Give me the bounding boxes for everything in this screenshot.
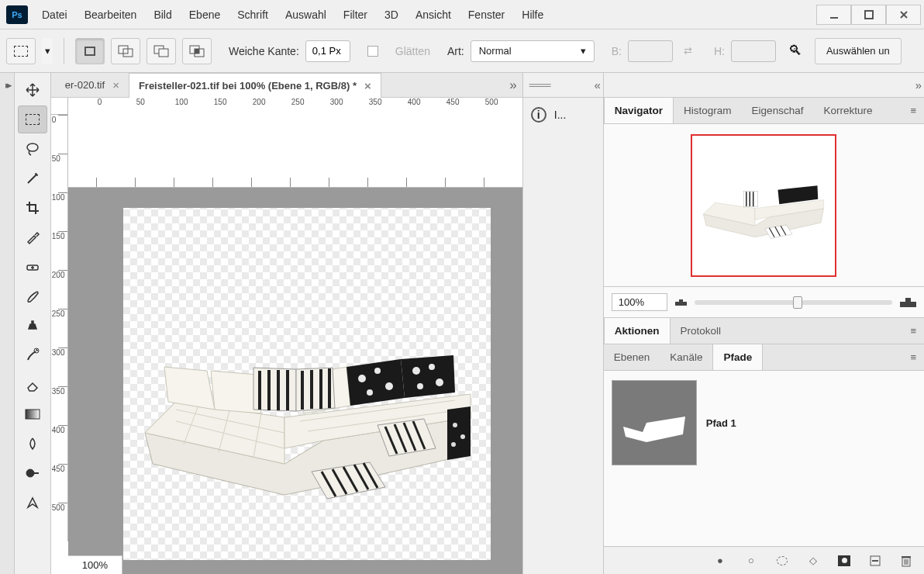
blur-tool-icon[interactable] — [18, 430, 47, 458]
tab-histogram[interactable]: Histogram — [674, 98, 742, 123]
document-tab-0[interactable]: er-020.tif× — [56, 73, 129, 98]
zoom-readout[interactable]: 100% — [68, 555, 122, 574]
zoom-in-icon[interactable] — [900, 298, 916, 307]
lasso-tool-icon[interactable] — [18, 135, 47, 163]
zoom-slider[interactable] — [695, 300, 892, 305]
navigator-body[interactable] — [604, 124, 924, 287]
menu-bild[interactable]: Bild — [153, 9, 171, 21]
selection-add-icon[interactable] — [111, 38, 140, 64]
canvas[interactable] — [68, 188, 522, 574]
tab-ebenen[interactable]: Ebenen — [604, 344, 660, 370]
document-tab-1[interactable]: Freisteller-021.tif bei 100% (Ebene 1, R… — [129, 73, 381, 98]
new-path-icon[interactable] — [868, 554, 882, 568]
menu-bearbeiten[interactable]: Bearbeiten — [84, 9, 137, 21]
selection-subtract-icon[interactable] — [147, 38, 176, 64]
panel-menu-icon[interactable]: ≡ — [902, 98, 924, 123]
panel-menu-icon[interactable]: ≡ — [902, 318, 924, 344]
sofa-image — [129, 332, 486, 503]
tabs-overflow-icon[interactable]: » — [509, 78, 512, 93]
menu-fenster[interactable]: Fenster — [468, 9, 505, 21]
move-tool-icon[interactable] — [18, 76, 47, 104]
select-and-mask-button[interactable]: Auswählen un — [815, 38, 902, 64]
collapse-icon[interactable]: « — [594, 78, 596, 92]
navigator-zoom-row: 100% — [604, 287, 924, 318]
menu-datei[interactable]: Datei — [42, 9, 67, 21]
svg-point-48 — [412, 367, 420, 375]
svg-marker-47 — [401, 355, 455, 398]
svg-rect-82 — [902, 556, 911, 558]
svg-rect-8 — [195, 49, 199, 54]
close-tab-icon[interactable]: × — [112, 78, 119, 92]
dodge-tool-icon[interactable] — [18, 459, 47, 487]
info-panel-icon-row[interactable]: i I... — [523, 98, 603, 132]
fill-path-icon[interactable]: ● — [713, 554, 727, 568]
tab-kanaele[interactable]: Kanäle — [660, 344, 712, 370]
menu-ebene[interactable]: Ebene — [189, 9, 220, 21]
tool-preset-dropdown[interactable]: ▾ — [42, 38, 53, 64]
pen-tool-icon[interactable] — [18, 489, 47, 517]
menu-hilfe[interactable]: Hilfe — [522, 9, 543, 21]
delete-path-icon[interactable] — [899, 554, 913, 568]
antialias-checkbox — [367, 46, 378, 57]
tab-pfade[interactable]: Pfade — [712, 344, 763, 370]
tab-protokoll[interactable]: Protokoll — [671, 318, 732, 344]
artboard[interactable] — [109, 194, 505, 574]
expand-gutter-icon[interactable]: ▸▸ — [0, 73, 14, 96]
magic-wand-tool-icon[interactable] — [18, 164, 47, 192]
stroke-path-icon[interactable]: ○ — [744, 554, 758, 568]
feather-input[interactable] — [305, 40, 350, 62]
path-item[interactable]: Pfad 1 — [610, 377, 918, 469]
make-workpath-icon[interactable]: ◇ — [806, 554, 820, 568]
ruler-vertical[interactable]: 0 50 100 150 200 250 300 350 400 450 500 — [51, 115, 68, 541]
menu-filter[interactable]: Filter — [343, 9, 367, 21]
svg-rect-14 — [33, 472, 39, 474]
menu-schrift[interactable]: Schrift — [237, 9, 268, 21]
svg-rect-66 — [744, 191, 758, 206]
close-button[interactable] — [886, 5, 921, 25]
history-brush-tool-icon[interactable] — [18, 341, 47, 369]
tool-preset-icon[interactable] — [6, 38, 36, 64]
svg-marker-29 — [164, 367, 215, 410]
minimize-button[interactable] — [816, 5, 851, 25]
tab-aktionen[interactable]: Aktionen — [604, 317, 671, 344]
crop-tool-icon[interactable] — [18, 194, 47, 222]
collapsed-panel-header[interactable]: ═══ « — [523, 73, 603, 98]
menu-ansicht[interactable]: Ansicht — [415, 9, 451, 21]
tab-navigator[interactable]: Navigator — [604, 97, 674, 123]
left-gutter: ▸▸ — [0, 73, 15, 574]
expand-icon[interactable]: » — [915, 78, 918, 92]
path-name: Pfad 1 — [706, 417, 736, 429]
load-selection-icon[interactable] — [775, 554, 789, 568]
selection-new-icon[interactable] — [75, 38, 105, 64]
history-tabs: Aktionen Protokoll ≡ — [604, 318, 924, 344]
height-label: H: — [714, 45, 725, 57]
maximize-button[interactable] — [851, 5, 886, 25]
svg-point-27 — [460, 434, 465, 439]
navigator-tabs: Navigator Histogram Eigenschaf Korrektur… — [604, 98, 924, 124]
gradient-tool-icon[interactable] — [18, 400, 47, 428]
tab-eigenschaften[interactable]: Eigenschaf — [742, 98, 814, 123]
zoom-out-icon[interactable] — [675, 299, 687, 306]
tab-korrekturen[interactable]: Korrekture — [813, 98, 882, 123]
ruler-horizontal[interactable]: 0 50 100 150 200 250 300 350 400 450 500 — [68, 98, 522, 188]
style-select[interactable]: Normal▾ — [471, 40, 595, 62]
eraser-tool-icon[interactable] — [18, 371, 47, 399]
refine-icon[interactable]: 🔍︎ — [788, 43, 802, 59]
brush-tool-icon[interactable] — [18, 282, 47, 310]
eyedropper-tool-icon[interactable] — [18, 223, 47, 251]
svg-rect-12 — [26, 410, 40, 419]
navigator-preview — [698, 163, 829, 248]
panel-menu-icon[interactable]: ≡ — [902, 344, 924, 370]
selection-intersect-icon[interactable] — [182, 38, 212, 64]
close-tab-icon[interactable]: × — [364, 79, 371, 92]
marquee-tool-icon[interactable] — [18, 105, 47, 133]
svg-marker-25 — [447, 406, 471, 460]
menu-auswahl[interactable]: Auswahl — [285, 9, 326, 21]
navigator-thumbnail[interactable] — [691, 134, 836, 277]
main-menu: Datei Bearbeiten Bild Ebene Schrift Ausw… — [42, 9, 543, 21]
add-mask-icon[interactable] — [837, 554, 851, 568]
clone-stamp-tool-icon[interactable] — [18, 312, 47, 340]
healing-brush-tool-icon[interactable] — [18, 253, 47, 281]
zoom-value-input[interactable]: 100% — [612, 293, 667, 311]
menu-3d[interactable]: 3D — [384, 9, 398, 21]
